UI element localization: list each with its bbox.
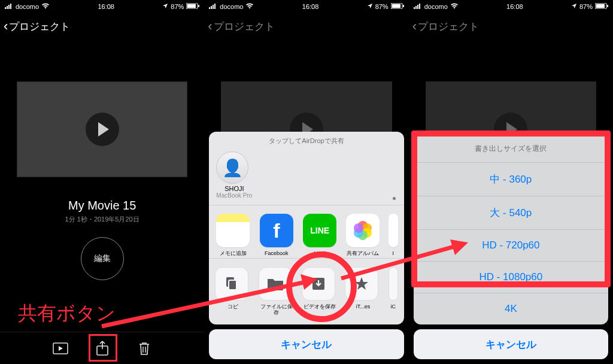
share-action-itunes[interactable]: iT...es [345, 267, 381, 316]
battery-percent: 87% [171, 3, 184, 10]
svg-rect-26 [415, 6, 417, 9]
delete-button[interactable] [136, 340, 153, 357]
battery-icon [595, 3, 608, 10]
airdrop-contact-name: SHOJI [216, 185, 252, 192]
status-bar: docomo 16:08 87% [0, 0, 204, 13]
wifi-icon [450, 3, 459, 10]
svg-rect-2 [8, 5, 10, 9]
panel-project-detail: docomo 16:08 87% ‹ プロジェクト My Movie 15 1分… [0, 0, 204, 364]
share-action-more[interactable]: iC [389, 267, 398, 316]
share-action-save-files[interactable]: ファイルに保存 [259, 267, 295, 316]
carrier-label: docomo [16, 3, 39, 10]
panel-share-sheet: docomo 16:08 87% ‹ プロジェクト タップしてAirDropで共… [204, 0, 408, 364]
play-button[interactable] [52, 340, 69, 357]
carrier-label: docomo [220, 3, 243, 10]
action-icon [389, 267, 398, 301]
svg-rect-3 [10, 4, 11, 9]
share-app-shared-album[interactable]: 共有アルバム [345, 214, 381, 257]
svg-rect-15 [403, 5, 404, 7]
app-icon [389, 214, 398, 247]
export-cancel-button[interactable]: キャンセル [414, 329, 608, 359]
nav-back-label: プロジェクト [214, 20, 275, 34]
location-icon [571, 3, 577, 10]
export-option-360p[interactable]: 中 - 360p [414, 163, 608, 196]
share-app-notes[interactable]: メモに追加 [215, 214, 251, 257]
share-action-copy[interactable]: コピ [215, 267, 251, 316]
nav-bar: ‹ プロジェクト [0, 13, 204, 40]
svg-rect-14 [392, 4, 400, 8]
export-option-720p60[interactable]: HD - 720p60 [414, 230, 608, 262]
share-app-facebook[interactable]: f Facebook [259, 214, 295, 257]
svg-rect-10 [211, 6, 212, 9]
location-icon [367, 3, 373, 10]
airdrop-avatar-icon: 👤 [216, 151, 248, 184]
page-dot-icon [393, 197, 396, 200]
signal-icon [5, 3, 13, 10]
battery-percent: 87% [375, 3, 389, 10]
svg-point-21 [354, 223, 363, 233]
wifi-icon [41, 3, 50, 10]
star-icon [345, 267, 378, 301]
svg-rect-0 [5, 7, 6, 9]
share-sheet: タップしてAirDropで共有 👤 SHOJI MacBook Pro メモに追… [209, 132, 403, 359]
download-icon [302, 267, 335, 301]
svg-rect-25 [414, 7, 415, 9]
annotation-share-box [89, 334, 117, 362]
panel-export-size: docomo 16:08 87% ‹ プロジェクト 書き出しサイズを選択 中 -… [409, 0, 613, 364]
carrier-label: docomo [424, 3, 448, 10]
svg-rect-9 [209, 7, 210, 9]
airdrop-hint: タップしてAirDropで共有 [209, 132, 403, 149]
svg-rect-28 [419, 4, 420, 9]
clock: 16:08 [506, 3, 523, 10]
svg-rect-1 [7, 6, 8, 9]
folder-icon [259, 267, 292, 301]
status-bar: docomo 16:08 87% [204, 0, 408, 13]
facebook-icon: f [260, 214, 293, 247]
location-icon [162, 3, 168, 10]
nav-back-label[interactable]: プロジェクト [9, 20, 70, 34]
signal-icon [209, 3, 217, 10]
edit-button[interactable]: 編集 [81, 237, 124, 280]
movie-meta: 1分 1秒・2019年5月20日 [0, 215, 204, 224]
movie-thumbnail[interactable] [17, 81, 187, 177]
share-apps-row: メモに追加 f Facebook LINE LINE 共有アルバム [209, 205, 403, 259]
battery-icon [186, 3, 199, 10]
svg-rect-6 [198, 5, 199, 7]
export-title: 書き出しサイズを選択 [414, 135, 608, 163]
airdrop-contact-device: MacBook Pro [216, 192, 252, 199]
svg-rect-31 [607, 5, 608, 7]
photos-icon [346, 214, 380, 247]
signal-icon [414, 3, 422, 10]
line-icon: LINE [303, 214, 336, 247]
annotation-share-button-label: 共有ボタン [18, 301, 116, 327]
airdrop-contact[interactable]: 👤 SHOJI MacBook Pro [216, 151, 252, 199]
back-chevron-icon: ‹ [208, 19, 212, 34]
wifi-icon [245, 3, 254, 10]
share-app-line[interactable]: LINE LINE [302, 214, 338, 257]
back-chevron-icon: ‹ [412, 19, 417, 34]
status-bar: docomo 16:08 87% [409, 0, 613, 13]
svg-rect-12 [214, 4, 216, 9]
notes-icon [216, 214, 250, 247]
clock: 16:08 [302, 3, 319, 10]
share-cancel-button[interactable]: キャンセル [209, 329, 403, 359]
share-actions-row: コピ ファイルに保存 ビデオを保存 [209, 259, 403, 324]
export-size-sheet: 書き出しサイズを選択 中 - 360p 大 - 540p HD - 720p60… [414, 135, 608, 359]
export-option-1080p60[interactable]: HD - 1080p60 [414, 262, 608, 293]
clock: 16:08 [98, 3, 114, 10]
svg-rect-30 [596, 4, 605, 8]
share-app-more[interactable]: I [389, 214, 398, 257]
nav-bar: ‹ プロジェクト [204, 13, 408, 40]
nav-back-label: プロジェクト [418, 20, 479, 34]
battery-percent: 87% [579, 3, 593, 10]
play-icon[interactable] [86, 113, 119, 146]
export-option-540p[interactable]: 大 - 540p [414, 196, 608, 230]
share-action-save-video[interactable]: ビデオを保存 [302, 267, 338, 316]
export-option-4k[interactable]: 4K [414, 293, 608, 324]
svg-rect-11 [213, 5, 214, 9]
svg-rect-27 [417, 5, 418, 9]
battery-icon [391, 3, 404, 10]
back-chevron-icon[interactable]: ‹ [4, 19, 8, 34]
nav-bar: ‹ プロジェクト [409, 13, 613, 40]
movie-title: My Movie 15 [0, 199, 204, 213]
